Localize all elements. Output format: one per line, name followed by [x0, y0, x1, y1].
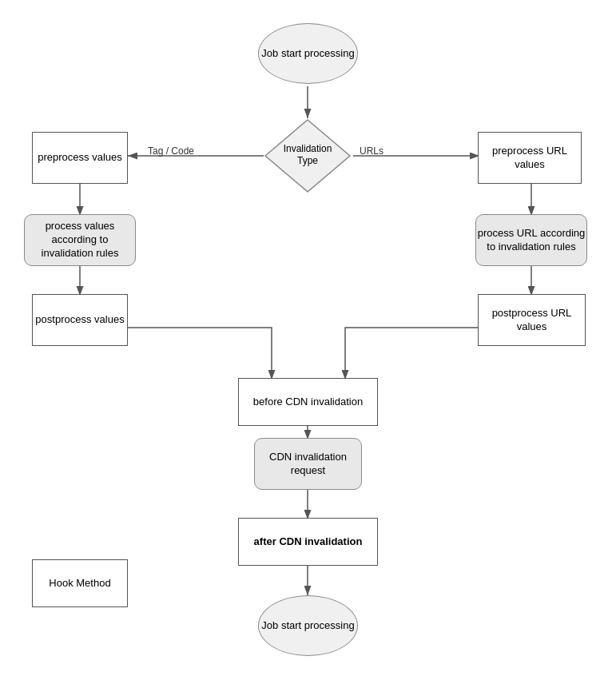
- cdn-request-label: CDN invalidation request: [255, 451, 361, 478]
- hook-method-label: Hook Method: [49, 577, 110, 591]
- after-cdn-label: after CDN invalidation: [254, 535, 363, 549]
- svg-text:Invalidation: Invalidation: [284, 143, 332, 154]
- job-start-bottom-node: Job start processing: [258, 595, 358, 656]
- after-cdn-node: after CDN invalidation: [238, 518, 378, 566]
- job-start-bottom-label: Job start processing: [261, 619, 354, 633]
- process-values-node: process values according to invalidation…: [24, 214, 136, 266]
- process-url-label: process URL according to invalidation ru…: [476, 227, 586, 254]
- tag-code-label: Tag / Code: [148, 145, 194, 157]
- preprocess-url-values-label: preprocess URL values: [479, 145, 581, 172]
- preprocess-values-node: preprocess values: [32, 132, 128, 184]
- invalidation-type-node: Invalidation Type: [264, 118, 352, 193]
- postprocess-url-values-node: postprocess URL values: [478, 294, 586, 346]
- hook-method-node: Hook Method: [32, 559, 128, 607]
- job-start-top-node: Job start processing: [258, 23, 358, 84]
- cdn-request-node: CDN invalidation request: [254, 438, 362, 490]
- before-cdn-node: before CDN invalidation: [238, 378, 378, 426]
- postprocess-url-values-label: postprocess URL values: [479, 307, 585, 334]
- preprocess-values-label: preprocess values: [38, 151, 122, 165]
- svg-text:Type: Type: [297, 155, 318, 166]
- urls-label: URLs: [360, 145, 384, 157]
- job-start-top-label: Job start processing: [261, 47, 354, 61]
- postprocess-values-node: postprocess values: [32, 294, 128, 346]
- before-cdn-label: before CDN invalidation: [253, 396, 363, 409]
- postprocess-values-label: postprocess values: [35, 313, 124, 327]
- preprocess-url-values-node: preprocess URL values: [478, 132, 582, 184]
- process-values-label: process values according to invalidation…: [25, 220, 135, 260]
- process-url-node: process URL according to invalidation ru…: [475, 214, 587, 266]
- flowchart-diagram: Job start processing Invalidation Type T…: [0, 0, 616, 680]
